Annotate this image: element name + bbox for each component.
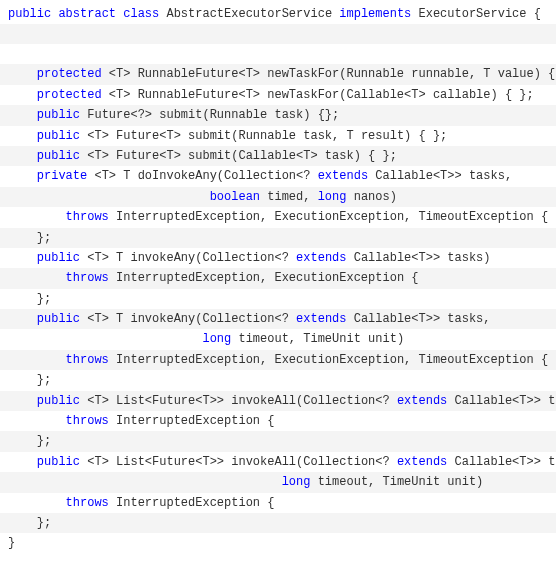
keyword-public: public xyxy=(37,455,80,469)
method-signature: <T> T doInvokeAny(Collection<? xyxy=(87,169,317,183)
keyword-throws: throws xyxy=(66,414,109,428)
throws-clause: InterruptedException, ExecutionException… xyxy=(109,210,548,224)
code-block: public abstract class AbstractExecutorSe… xyxy=(0,4,556,554)
method-signature: <T> T invokeAny(Collection<? xyxy=(80,251,296,265)
class-name: AbstractExecutorService xyxy=(159,7,339,21)
closing-brace: }; xyxy=(8,231,51,245)
keyword-public: public xyxy=(37,108,80,122)
keyword-throws: throws xyxy=(66,271,109,285)
throws-clause: InterruptedException, ExecutionException… xyxy=(109,271,419,285)
code-line: }; xyxy=(0,513,556,533)
code-line: public <T> Future<T> submit(Callable<T> … xyxy=(0,146,556,166)
code-line: long timeout, TimeUnit unit) xyxy=(0,329,556,349)
code-line: protected <T> RunnableFuture<T> newTaskF… xyxy=(0,85,556,105)
code-line: throws InterruptedException, ExecutionEx… xyxy=(0,207,556,227)
keyword-extends: extends xyxy=(397,455,447,469)
keyword-throws: throws xyxy=(66,353,109,367)
code-line: protected <T> RunnableFuture<T> newTaskF… xyxy=(0,64,556,84)
throws-clause: InterruptedException { xyxy=(109,496,275,510)
code-line: }; xyxy=(0,289,556,309)
keyword-public: public xyxy=(8,7,51,21)
code-line: boolean timed, long nanos) xyxy=(0,187,556,207)
method-signature: <T> T invokeAny(Collection<? xyxy=(80,312,296,326)
code-line: public <T> List<Future<T>> invokeAll(Col… xyxy=(0,391,556,411)
method-signature: <T> Future<T> submit(Runnable task, T re… xyxy=(80,129,447,143)
keyword-implements: implements xyxy=(339,7,411,21)
throws-clause: InterruptedException, ExecutionException… xyxy=(109,353,548,367)
method-signature: <T> Future<T> submit(Callable<T> task) {… xyxy=(80,149,397,163)
keyword-boolean: boolean xyxy=(210,190,260,204)
closing-brace: }; xyxy=(8,434,51,448)
throws-clause: InterruptedException { xyxy=(109,414,275,428)
closing-brace: }; xyxy=(8,373,51,387)
code-line: long timeout, TimeUnit unit) xyxy=(0,472,556,492)
keyword-abstract: abstract xyxy=(58,7,116,21)
method-signature: <T> RunnableFuture<T> newTaskFor(Runnabl… xyxy=(102,67,556,81)
keyword-long: long xyxy=(282,475,311,489)
keyword-protected: protected xyxy=(37,88,102,102)
keyword-public: public xyxy=(37,312,80,326)
keyword-public: public xyxy=(37,129,80,143)
interface-name: ExecutorService { xyxy=(411,7,541,21)
keyword-public: public xyxy=(37,394,80,408)
closing-brace: } xyxy=(8,536,15,550)
code-line: public <T> T invokeAny(Collection<? exte… xyxy=(0,248,556,268)
keyword-extends: extends xyxy=(318,169,368,183)
keyword-throws: throws xyxy=(66,496,109,510)
code-line: } xyxy=(0,533,556,553)
keyword-public: public xyxy=(37,149,80,163)
code-line: public abstract class AbstractExecutorSe… xyxy=(0,4,556,24)
method-signature: Future<?> submit(Runnable task) {}; xyxy=(80,108,339,122)
code-line: throws InterruptedException, ExecutionEx… xyxy=(0,350,556,370)
code-line: private <T> T doInvokeAny(Collection<? e… xyxy=(0,166,556,186)
code-line: public Future<?> submit(Runnable task) {… xyxy=(0,105,556,125)
keyword-long: long xyxy=(318,190,347,204)
keyword-class: class xyxy=(123,7,159,21)
code-line: throws InterruptedException, ExecutionEx… xyxy=(0,268,556,288)
keyword-protected: protected xyxy=(37,67,102,81)
code-line: public <T> List<Future<T>> invokeAll(Col… xyxy=(0,452,556,472)
keyword-public: public xyxy=(37,251,80,265)
method-signature: <T> List<Future<T>> invokeAll(Collection… xyxy=(80,394,397,408)
blank-line xyxy=(0,44,556,64)
closing-brace: }; xyxy=(8,516,51,530)
code-line: public <T> T invokeAny(Collection<? exte… xyxy=(0,309,556,329)
keyword-extends: extends xyxy=(296,251,346,265)
keyword-extends: extends xyxy=(397,394,447,408)
code-line: }; xyxy=(0,431,556,451)
keyword-extends: extends xyxy=(296,312,346,326)
code-line: throws InterruptedException { xyxy=(0,493,556,513)
keyword-throws: throws xyxy=(66,210,109,224)
blank-line xyxy=(0,24,556,44)
method-signature: <T> RunnableFuture<T> newTaskFor(Callabl… xyxy=(102,88,534,102)
closing-brace: }; xyxy=(8,292,51,306)
code-line: throws InterruptedException { xyxy=(0,411,556,431)
keyword-private: private xyxy=(37,169,87,183)
keyword-long: long xyxy=(202,332,231,346)
code-line: public <T> Future<T> submit(Runnable tas… xyxy=(0,126,556,146)
code-line: }; xyxy=(0,228,556,248)
method-signature: <T> List<Future<T>> invokeAll(Collection… xyxy=(80,455,397,469)
code-line: }; xyxy=(0,370,556,390)
